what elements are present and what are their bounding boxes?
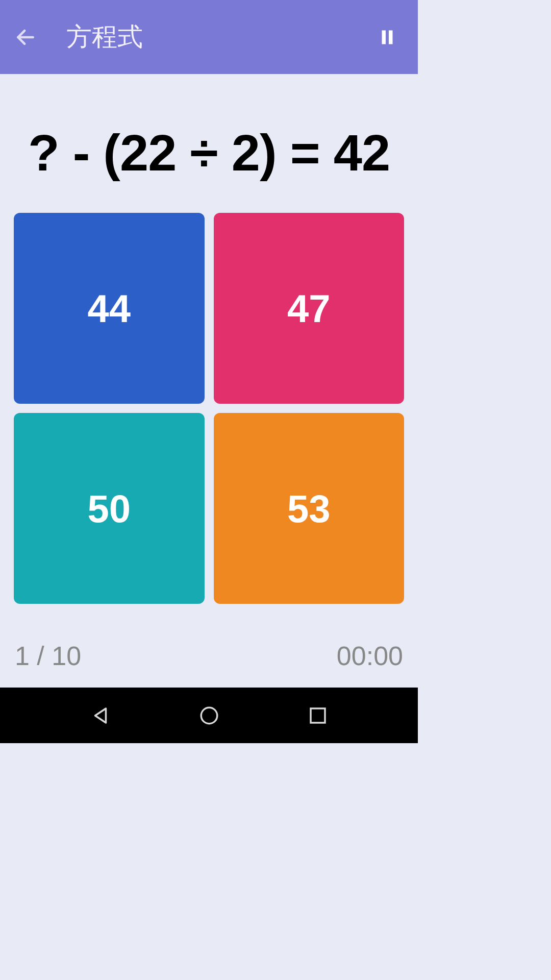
equation-display: ? - (22 ÷ 2) = 42: [14, 124, 404, 182]
nav-back-button[interactable]: [85, 700, 116, 731]
square-recent-icon: [307, 705, 329, 726]
arrow-left-icon: [14, 26, 37, 48]
circle-home-icon: [198, 705, 220, 726]
svg-point-3: [201, 707, 217, 724]
system-nav-bar: [0, 688, 418, 743]
triangle-back-icon: [90, 705, 111, 726]
answer-button-2[interactable]: 50: [14, 413, 205, 604]
game-content: ? - (22 ÷ 2) = 42 44 47 50 53 1 / 10 00:…: [0, 74, 418, 688]
page-title: 方程式: [66, 20, 143, 54]
app-bar: 方程式: [0, 0, 418, 74]
answer-button-1[interactable]: 47: [214, 213, 405, 404]
answer-button-0[interactable]: 44: [14, 213, 205, 404]
progress-indicator: 1 / 10: [15, 641, 81, 671]
nav-home-button[interactable]: [194, 700, 224, 731]
svg-rect-4: [311, 708, 325, 723]
timer-display: 00:00: [337, 641, 403, 671]
pause-icon: [378, 28, 396, 46]
back-button[interactable]: [10, 22, 41, 53]
svg-rect-1: [382, 30, 386, 44]
answer-button-3[interactable]: 53: [214, 413, 405, 604]
pause-button[interactable]: [372, 22, 403, 53]
nav-recent-button[interactable]: [303, 700, 333, 731]
answer-grid: 44 47 50 53: [14, 213, 404, 604]
status-bar: 1 / 10 00:00: [14, 641, 404, 671]
svg-rect-2: [389, 30, 393, 44]
